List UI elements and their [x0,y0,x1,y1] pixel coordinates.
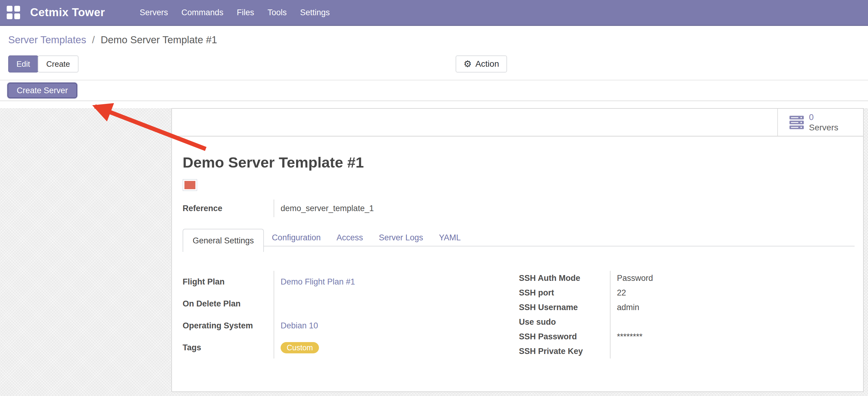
app-brand-title[interactable]: Cetmix Tower [30,6,105,19]
field-value-tags: Custom [274,337,519,359]
field-value-ssh-password: ******** [610,329,855,344]
content-background: 0 Servers Demo Server Template #1 Refere… [0,108,868,396]
field-value-flight-plan: Demo Flight Plan #1 [274,271,519,293]
apps-menu-icon[interactable] [7,6,20,19]
record-title: Demo Server Template #1 [183,154,855,171]
form-sheet: Demo Server Template #1 Reference demo_s… [172,137,863,359]
field-label-ssh-auth-mode: SSH Auth Mode [519,271,610,285]
field-group-right: SSH Auth Mode Password SSH port 22 SSH U… [519,271,855,359]
button-box: 0 Servers [172,109,863,137]
nav-item-files[interactable]: Files [236,6,255,19]
field-label-use-sudo: Use sudo [519,315,610,329]
servers-label: Servers [809,122,838,133]
breadcrumb-parent-link[interactable]: Server Templates [8,34,86,46]
gear-icon: ⚙ [464,59,472,68]
action-button[interactable]: ⚙ Action [456,55,507,73]
tab-general-settings[interactable]: General Settings [183,229,264,252]
tab-configuration[interactable]: Configuration [264,229,329,247]
nav-menu: Servers Commands Files Tools Settings [139,6,331,19]
color-picker-swatch[interactable] [183,179,197,191]
reference-value: demo_server_template_1 [274,200,374,217]
create-button[interactable]: Create [38,55,79,73]
field-value-ssh-auth-mode: Password [610,271,855,285]
action-button-label: Action [475,59,499,69]
color-swatch-fill [184,181,195,189]
field-label-ssh-port: SSH port [519,285,610,300]
operating-system-link[interactable]: Debian 10 [281,321,318,331]
nav-item-tools[interactable]: Tools [267,6,287,19]
field-value-ssh-private-key [610,344,855,359]
field-value-on-delete-plan [274,293,519,315]
control-panel: Server Templates / Demo Server Template … [0,26,868,80]
field-columns: Flight Plan Demo Flight Plan #1 On Delet… [183,271,855,359]
field-group-left: Flight Plan Demo Flight Plan #1 On Delet… [183,271,519,359]
field-label-ssh-username: SSH Username [519,300,610,315]
tab-access[interactable]: Access [329,229,371,247]
edit-button[interactable]: Edit [8,55,38,73]
statusbar: Create Server [0,80,868,101]
field-label-flight-plan: Flight Plan [183,271,274,293]
field-value-use-sudo [610,315,855,329]
servers-stat-text: 0 Servers [809,112,838,133]
nav-item-settings[interactable]: Settings [300,6,331,19]
create-server-button[interactable]: Create Server [7,83,77,98]
breadcrumb-separator: / [92,34,95,46]
reference-row: Reference demo_server_template_1 [183,200,855,217]
notebook-tabs: General Settings Configuration Access Se… [183,229,855,247]
nav-item-servers[interactable]: Servers [139,6,168,19]
field-label-on-delete-plan: On Delete Plan [183,293,274,315]
reference-label: Reference [183,204,274,213]
flight-plan-link[interactable]: Demo Flight Plan #1 [281,277,355,287]
tab-yaml[interactable]: YAML [431,229,469,247]
field-value-ssh-port: 22 [610,285,855,300]
field-value-ssh-username: admin [610,300,855,315]
servers-stack-icon [789,116,804,129]
breadcrumb: Server Templates / Demo Server Template … [8,34,217,46]
form-card: 0 Servers Demo Server Template #1 Refere… [172,108,864,392]
nav-item-commands[interactable]: Commands [181,6,224,19]
top-nav-bar: Cetmix Tower Servers Commands Files Tool… [0,0,868,26]
field-label-ssh-private-key: SSH Private Key [519,344,610,359]
field-value-operating-system: Debian 10 [274,315,519,337]
tag-badge-custom[interactable]: Custom [281,342,319,353]
servers-count: 0 [809,112,838,122]
field-label-ssh-password: SSH Password [519,329,610,344]
tab-server-logs[interactable]: Server Logs [371,229,431,247]
servers-stat-button[interactable]: 0 Servers [777,109,863,136]
breadcrumb-current: Demo Server Template #1 [101,34,217,46]
field-label-operating-system: Operating System [183,315,274,337]
field-label-tags: Tags [183,337,274,359]
